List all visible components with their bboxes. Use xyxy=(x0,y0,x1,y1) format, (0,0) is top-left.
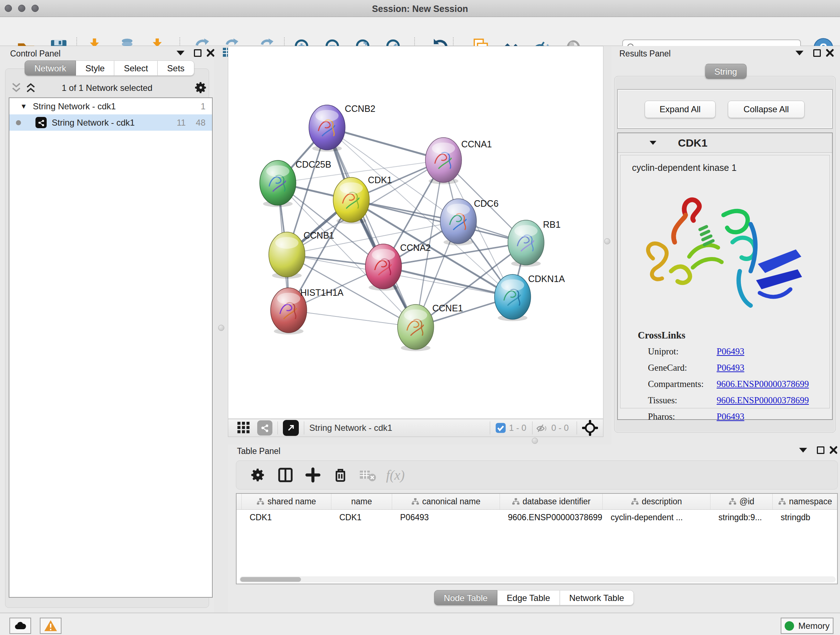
table-cell[interactable]: stringdb:9... xyxy=(711,510,773,525)
memory-status-button[interactable]: Memory xyxy=(781,618,834,634)
crosslink-label: Uniprot: xyxy=(648,347,717,356)
bottom-splitter-handle[interactable] xyxy=(532,438,538,444)
results-panel-close-button[interactable] xyxy=(824,48,835,58)
cloud-status-button[interactable] xyxy=(9,618,31,634)
network-collection-label: String Network - cdk1 xyxy=(33,101,116,111)
left-splitter-handle[interactable] xyxy=(218,325,224,331)
collapse-entry-icon[interactable] xyxy=(650,141,657,145)
tree-expander-icon[interactable]: ▼ xyxy=(20,103,27,111)
results-panel-float-button[interactable] xyxy=(812,48,822,58)
network-node-CCNA2[interactable]: CCNA2 xyxy=(365,242,431,291)
column-header-database-identifier[interactable]: database identifier xyxy=(500,494,603,509)
string-view-button[interactable] xyxy=(257,420,272,435)
network-collection-count: 1 xyxy=(201,101,205,111)
tab-style[interactable]: Style xyxy=(76,60,114,76)
network-node-RB1[interactable]: RB1 xyxy=(508,219,561,267)
tab-node-table[interactable]: Node Table xyxy=(434,590,497,605)
collapse-all-button[interactable]: Collapse All xyxy=(728,101,805,118)
table-panel-close-button[interactable] xyxy=(828,445,839,455)
crosslinks-list: Uniprot:P06493GeneCard:P06493Compartment… xyxy=(648,347,821,428)
network-node-HIST1H1A[interactable]: HIST1H1A xyxy=(271,287,344,334)
tab-network-table[interactable]: Network Table xyxy=(560,590,634,605)
horizontal-scrollbar[interactable] xyxy=(240,576,836,583)
scrollbar-thumb[interactable] xyxy=(240,577,301,582)
network-selection-toolbar: 1 of 1 Network selected xyxy=(7,80,207,96)
close-icon xyxy=(206,49,215,57)
table-cell[interactable]: CDK1 xyxy=(332,510,392,525)
network-node-CCNB2[interactable]: CCNB2 xyxy=(309,103,376,152)
table-cell[interactable]: CDK1 xyxy=(242,510,332,525)
network-options-button[interactable] xyxy=(194,81,208,96)
edge-HIST1H1A-CCNE1[interactable] xyxy=(289,310,416,327)
tab-network[interactable]: Network xyxy=(25,60,76,76)
control-panel-close-button[interactable] xyxy=(205,48,216,58)
fit-selected-crosshair-icon[interactable] xyxy=(582,420,598,436)
show-column-selector-button[interactable] xyxy=(276,466,295,485)
network-graph[interactable]: CCNB2CCNA1CDC25BCDK1CDC6RB1CCNB1CCNA2CDK… xyxy=(228,46,604,419)
crosslink-link[interactable]: P06493 xyxy=(717,412,744,422)
table-toolbar: f(x) xyxy=(236,461,838,489)
tab-select[interactable]: Select xyxy=(114,60,158,76)
network-node-CCNB1[interactable]: CCNB1 xyxy=(269,230,334,279)
control-panel-float-button[interactable] xyxy=(192,48,203,58)
table-cell[interactable]: cyclin-dependent ... xyxy=(603,510,711,525)
result-entry-content: cyclin-dependent kinase 1 xyxy=(620,155,830,409)
tab-sets[interactable]: Sets xyxy=(158,60,194,76)
crosslink-link[interactable]: P06493 xyxy=(717,363,744,373)
column-header-name[interactable]: name xyxy=(332,494,392,509)
tab-edge-table[interactable]: Edge Table xyxy=(497,590,560,605)
table-options-button[interactable] xyxy=(248,466,267,485)
network-node-CCNA1[interactable]: CCNA1 xyxy=(425,138,492,184)
table-cell[interactable]: stringdb xyxy=(773,510,838,525)
control-panel-menu-button[interactable] xyxy=(175,48,186,58)
detach-view-button[interactable] xyxy=(283,420,299,436)
table-cell[interactable]: 9606.ENSP00000378699 xyxy=(500,510,603,525)
network-node-CCNE1[interactable]: CCNE1 xyxy=(398,303,463,351)
hidden-eye-slash-icon xyxy=(535,421,548,434)
column-header-label: @id xyxy=(739,497,754,507)
warning-icon xyxy=(44,619,57,633)
warnings-button[interactable] xyxy=(40,618,62,634)
delete-column-button[interactable] xyxy=(331,466,350,485)
column-header--id[interactable]: @id xyxy=(711,494,773,509)
expand-all-button[interactable]: Expand All xyxy=(645,101,715,118)
column-header-description[interactable]: description xyxy=(603,494,711,509)
table-panel-menu-button[interactable] xyxy=(798,445,808,455)
network-node-CDC6[interactable]: CDC6 xyxy=(440,198,499,245)
network-row-selected[interactable]: String Network - cdk1 11 48 xyxy=(9,114,212,131)
crosslink-link[interactable]: 9606.ENSP00000378699 xyxy=(717,395,809,405)
network-node-CDC25B[interactable]: CDC25B xyxy=(260,159,332,207)
selected-checkbox-icon[interactable] xyxy=(495,423,506,433)
network-node-CDKN1A[interactable]: CDKN1A xyxy=(494,274,565,321)
table-row[interactable]: CDK1CDK1P064939606.ENSP00000378699cyclin… xyxy=(237,510,837,525)
table-panel-float-button[interactable] xyxy=(815,445,826,455)
column-header-label: namespace xyxy=(789,497,832,507)
column-header-namespace[interactable]: namespace xyxy=(773,494,838,509)
network-canvas[interactable]: CCNB2CCNA1CDC25BCDK1CDC6RB1CCNB1CCNA2CDK… xyxy=(228,46,603,419)
right-splitter-handle[interactable] xyxy=(604,238,610,244)
column-mapping-icon xyxy=(512,498,520,506)
column-header-shared-name[interactable]: shared name xyxy=(242,494,332,509)
protein-description: cyclin-dependent kinase 1 xyxy=(632,163,737,173)
result-entry-header[interactable]: CDK1 xyxy=(618,133,832,153)
crosslink-link[interactable]: P06493 xyxy=(717,347,744,356)
node-label-CCNA2: CCNA2 xyxy=(400,242,431,253)
add-column-button[interactable] xyxy=(303,466,322,485)
column-mapping-icon xyxy=(256,498,264,506)
network-collection-row[interactable]: ▼ String Network - cdk1 1 xyxy=(9,98,212,114)
chevron-down-icon xyxy=(177,51,185,55)
memory-status-dot-icon xyxy=(785,621,794,631)
crosslink-link[interactable]: 9606.ENSP00000378699 xyxy=(717,379,809,389)
tab-string[interactable]: String xyxy=(705,64,747,79)
column-header-label: canonical name xyxy=(422,497,480,507)
grid-icon xyxy=(236,420,251,434)
column-header-canonical-name[interactable]: canonical name xyxy=(392,494,500,509)
results-panel-menu-button[interactable] xyxy=(794,48,805,58)
table-cell[interactable]: P06493 xyxy=(392,510,500,525)
network-node-count: 11 xyxy=(177,118,186,128)
birdseye-view-button[interactable] xyxy=(236,420,251,436)
chevron-down-icon xyxy=(799,448,807,453)
network-node-CDK1[interactable]: CDK1 xyxy=(333,175,392,224)
float-window-icon xyxy=(194,49,202,57)
edge-CDK1-RB1[interactable] xyxy=(351,200,526,242)
